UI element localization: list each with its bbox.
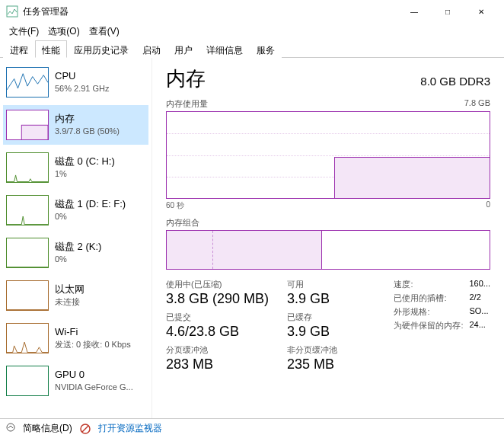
tab-performance[interactable]: 性能 [35, 40, 67, 58]
info-label: 已使用的插槽: [394, 293, 463, 304]
info-value: 24... [469, 320, 490, 331]
sidebar-item-sub: 1% [55, 168, 115, 179]
sidebar-item-sub: 0% [55, 211, 126, 222]
statusbar: 简略信息(D) 打开资源监视器 [0, 418, 504, 438]
axis-right: 0 [486, 200, 490, 211]
stat-label: 已缓存 [287, 312, 337, 323]
window-title: 任务管理器 [23, 5, 397, 18]
stat-label: 已提交 [166, 312, 269, 323]
sidebar-item-label: 内存 [55, 113, 120, 126]
detail-capacity: 8.0 GB DDR3 [420, 75, 490, 88]
resource-monitor-icon [80, 424, 91, 434]
stat-value: 283 MB [166, 356, 269, 372]
disk-thumbnail [6, 238, 49, 268]
sidebar[interactable]: CPU56% 2.91 GHz 内存3.9/7.8 GB (50%) 磁盘 0 … [0, 58, 152, 418]
info-value: 2/2 [469, 293, 490, 304]
resource-monitor-link[interactable]: 打开资源监视器 [98, 422, 162, 435]
usage-max: 7.8 GB [464, 98, 490, 110]
stat-value: 4.6/23.8 GB [166, 324, 269, 340]
sidebar-item-disk0[interactable]: 磁盘 0 (C: H:)1% [3, 148, 148, 187]
sidebar-item-sub: 0% [55, 254, 101, 264]
cpu-thumbnail [6, 67, 49, 98]
memory-composition-chart[interactable] [166, 230, 490, 270]
minimize-button[interactable]: — [397, 0, 431, 23]
tab-users[interactable]: 用户 [167, 40, 199, 58]
tab-services[interactable]: 服务 [250, 40, 282, 58]
chevron-up-icon[interactable] [6, 423, 15, 434]
disk-thumbnail [6, 195, 49, 225]
sidebar-item-sub: 未连接 [55, 296, 85, 307]
sidebar-item-disk2[interactable]: 磁盘 2 (K:)0% [3, 233, 148, 273]
tab-startup[interactable]: 启动 [136, 40, 167, 58]
stat-label: 可用 [287, 279, 337, 290]
info-value: SO... [469, 306, 490, 318]
sidebar-item-gpu0[interactable]: GPU 0NVIDIA GeForce G... [3, 361, 148, 401]
titlebar: 任务管理器 — □ ✕ [0, 0, 504, 23]
content: CPU56% 2.91 GHz 内存3.9/7.8 GB (50%) 磁盘 0 … [0, 58, 504, 418]
stats: 使用中(已压缩)3.8 GB (290 MB) 可用3.9 GB 已提交4.6/… [166, 279, 490, 372]
fewer-details-link[interactable]: 简略信息(D) [23, 422, 72, 435]
disk-thumbnail [6, 152, 49, 183]
sidebar-item-wifi[interactable]: Wi-Fi发送: 0 接收: 0 Kbps [3, 318, 148, 358]
sidebar-item-ethernet[interactable]: 以太网未连接 [3, 276, 148, 315]
menu-view[interactable]: 查看(V) [85, 24, 124, 40]
stat-label: 使用中(已压缩) [166, 279, 269, 290]
sidebar-item-label: 磁盘 1 (D: E: F:) [55, 198, 126, 211]
usage-label: 内存使用量 [166, 98, 208, 110]
net-thumbnail [6, 323, 49, 353]
sidebar-item-label: CPU [55, 70, 110, 83]
info-label: 速度: [394, 279, 463, 290]
info-label: 外形规格: [394, 306, 463, 318]
stat-value: 3.9 GB [287, 291, 337, 307]
sidebar-item-label: GPU 0 [55, 369, 133, 382]
sidebar-item-label: 以太网 [55, 283, 85, 296]
stat-label: 非分页缓冲池 [287, 344, 337, 356]
window-controls: — □ ✕ [397, 0, 498, 23]
svg-line-6 [82, 426, 88, 432]
tab-apphistory[interactable]: 应用历史记录 [67, 40, 136, 58]
detail-title: 内存 [166, 66, 206, 92]
net-thumbnail [6, 280, 49, 311]
menubar: 文件(F) 选项(O) 查看(V) [0, 23, 504, 40]
tab-details[interactable]: 详细信息 [199, 40, 250, 58]
gpu-thumbnail [6, 366, 49, 396]
stat-label: 分页缓冲池 [166, 344, 269, 356]
sidebar-item-disk1[interactable]: 磁盘 1 (D: E: F:)0% [3, 190, 148, 230]
menu-file[interactable]: 文件(F) [5, 24, 43, 40]
sidebar-item-sub: 发送: 0 接收: 0 Kbps [55, 339, 131, 350]
tabstrip: 进程 性能 应用历史记录 启动 用户 详细信息 服务 [0, 40, 504, 58]
memory-usage-chart[interactable] [166, 111, 490, 199]
sidebar-item-cpu[interactable]: CPU56% 2.91 GHz [3, 62, 148, 102]
menu-options[interactable]: 选项(O) [43, 24, 84, 40]
tab-processes[interactable]: 进程 [3, 40, 35, 58]
stat-value: 3.8 GB (290 MB) [166, 291, 269, 307]
sidebar-item-sub: 3.9/7.8 GB (50%) [55, 126, 120, 136]
detail-pane: 内存 8.0 GB DDR3 内存使用量 7.8 GB 60 秒 0 内存组合 … [152, 58, 504, 418]
sidebar-item-label: 磁盘 0 (C: H:) [55, 155, 115, 168]
maximize-button[interactable]: □ [431, 0, 464, 23]
composition-label: 内存组合 [166, 217, 199, 229]
sidebar-item-sub: 56% 2.91 GHz [55, 83, 110, 94]
stat-value: 3.9 GB [287, 324, 337, 340]
close-button[interactable]: ✕ [464, 0, 498, 23]
axis-left: 60 秒 [166, 200, 184, 211]
sidebar-item-memory[interactable]: 内存3.9/7.8 GB (50%) [3, 105, 148, 145]
app-icon [6, 5, 18, 18]
svg-rect-1 [21, 125, 48, 139]
info-label: 为硬件保留的内存: [394, 320, 463, 331]
memory-thumbnail [6, 110, 49, 140]
svg-point-4 [7, 424, 14, 431]
sidebar-item-sub: NVIDIA GeForce G... [55, 382, 133, 392]
stat-value: 235 MB [287, 356, 337, 372]
info-value: 160... [469, 279, 490, 290]
sidebar-item-label: 磁盘 2 (K:) [55, 241, 101, 254]
sidebar-item-label: Wi-Fi [55, 326, 131, 339]
